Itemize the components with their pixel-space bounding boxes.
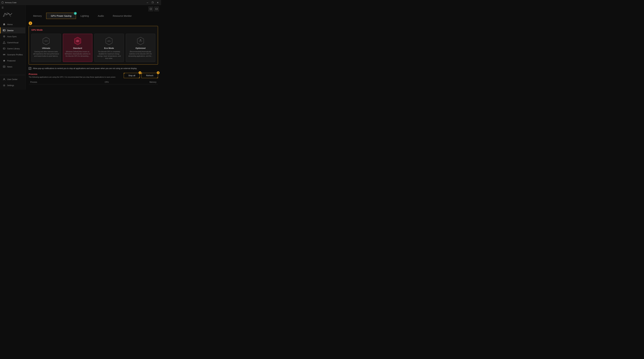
step-badge-2: 2 [138, 71, 142, 74]
svg-rect-2 [4, 30, 4, 31]
eco-mode-card-desc: The discrete GPU is completely disabled … [96, 51, 122, 59]
popup-notification-checkbox[interactable]: ✓ [29, 67, 31, 70]
content-area: Memory GPU Power Saving c Lighting Audio… [26, 5, 161, 90]
sidebar-item-user-center[interactable]: User Center [0, 76, 25, 82]
home-icon [3, 23, 6, 26]
eco-mode-card-name: Eco Mode [104, 47, 114, 49]
process-desc: The following applications are using the… [29, 76, 116, 78]
gpu-card-standard[interactable]: GPU Standard [Windows Default] Also know… [63, 34, 92, 62]
sidebar-item-gamevisual[interactable]: GameVisual [0, 39, 25, 45]
titlebar-left: Armoury Crate [1, 1, 16, 4]
svg-marker-5 [3, 41, 5, 44]
maximize-button[interactable]: ❐ [150, 1, 155, 4]
tab-gpu-power-saving[interactable]: GPU Power Saving c [46, 13, 76, 19]
sidebar-bottom: User Center Settings [0, 75, 25, 90]
process-table: Process CPU Memory [29, 80, 158, 84]
sidebar-item-news[interactable]: News [0, 64, 25, 70]
process-title-block: Process The following applications are u… [29, 73, 116, 78]
gpu-mode-section: GPU Mode GPU Ultimate Gaming [29, 26, 158, 65]
device-icon-button-2[interactable] [154, 6, 159, 11]
svg-rect-6 [3, 48, 5, 49]
svg-point-4 [4, 36, 4, 37]
sidebar-item-device-label: Device [7, 29, 14, 32]
btn-corner-br-icon [138, 77, 140, 78]
svg-text:GPU: GPU [44, 40, 48, 42]
standard-gpu-icon: GPU [73, 36, 82, 46]
sidebar-item-settings[interactable]: Settings [0, 82, 25, 88]
tab-memory[interactable]: Memory [29, 13, 46, 19]
news-icon [3, 65, 6, 68]
sidebar-item-aura-sync[interactable]: Aura Sync [0, 33, 25, 39]
sidebar-item-news-label: News [7, 65, 12, 68]
btn-corner-tl-2-icon [142, 73, 143, 74]
svg-point-28 [140, 39, 141, 40]
sidebar-item-home[interactable]: Home [0, 21, 25, 27]
table-header-cpu: CPU [76, 80, 110, 84]
tabs-bar: Memory GPU Power Saving c Lighting Audio… [26, 13, 161, 19]
ultimate-gpu-icon: GPU [42, 36, 51, 46]
titlebar: Armoury Crate ─ ❐ ✕ [0, 0, 161, 5]
app-title: Armoury Crate [5, 1, 16, 3]
sidebar-item-home-label: Home [7, 23, 13, 26]
process-section-header: Process The following applications are u… [29, 73, 158, 78]
btn-corner-br-2-icon [157, 77, 158, 78]
svg-rect-9 [3, 55, 5, 55]
svg-rect-11 [3, 66, 5, 67]
sidebar-item-featured-label: Featured [7, 59, 16, 62]
table-header-process: Process [29, 80, 76, 84]
gpu-cards-grid: GPU Ultimate Gaming and other intensive … [31, 34, 155, 62]
process-title: Process [29, 73, 116, 75]
svg-rect-16 [150, 8, 152, 10]
tab-lighting[interactable]: Lighting [76, 13, 93, 19]
sidebar-item-scenario-profiles[interactable]: Scenario Profiles [0, 51, 25, 58]
sidebar-item-settings-label: Settings [7, 84, 14, 87]
user-center-icon [3, 78, 6, 81]
step-badge-1: 1 [29, 21, 32, 25]
refresh-btn-wrap: 3 Refresh [142, 73, 158, 78]
sidebar-item-game-library[interactable]: Game Library [0, 45, 25, 51]
gpu-card-optimized[interactable]: GPU Optimized [Recommended] Automaticall… [126, 34, 156, 62]
device-icon-button-1[interactable] [148, 6, 153, 11]
close-button[interactable]: ✕ [156, 1, 160, 4]
sidebar-item-featured[interactable]: Featured [0, 58, 25, 64]
standard-card-desc: [Windows Default] Also known as MSHybrid… [65, 51, 91, 57]
sidebar-item-user-center-label: User Center [7, 78, 18, 80]
sidebar-item-device[interactable]: Device [0, 27, 25, 33]
featured-icon [3, 59, 6, 62]
gpu-card-eco-mode[interactable]: GPU Eco Mode The discrete GPU is complet… [94, 34, 124, 62]
btn-corner-tl-icon [124, 73, 125, 74]
step-badge-3: 3 [157, 71, 160, 74]
svg-point-14 [4, 78, 4, 79]
stop-all-button[interactable]: Stop all [124, 73, 140, 78]
popup-notification-checkbox-row: ✓ Allow pop-up notifications to remind y… [29, 67, 158, 70]
rog-logo-icon [2, 12, 12, 18]
scenario-profiles-icon [3, 53, 6, 56]
optimized-card-name: Optimized [136, 47, 146, 49]
svg-rect-8 [3, 54, 5, 54]
content-header [26, 5, 161, 13]
gamevisual-icon [3, 41, 6, 44]
sidebar-item-game-library-label: Game Library [7, 47, 20, 50]
sidebar-item-gamevisual-label: GameVisual [7, 41, 18, 44]
minimize-button[interactable]: ─ [145, 1, 150, 4]
game-library-icon [3, 47, 6, 50]
tab-audio[interactable]: Audio [93, 13, 108, 19]
svg-rect-17 [156, 8, 158, 9]
process-actions: 2 Stop all 3 Refresh [124, 73, 158, 78]
svg-marker-10 [3, 59, 5, 62]
refresh-button[interactable]: Refresh [142, 73, 158, 78]
tab-resource-monitor[interactable]: Resource Monitor [108, 13, 136, 19]
optimized-card-desc: [Recommended] Automatically switches to … [128, 51, 154, 57]
content-body: 1 GPU Mode GPU [26, 19, 161, 90]
popup-notification-label: Allow pop-up notifications to remind you… [33, 67, 137, 69]
aura-sync-icon [3, 35, 6, 38]
hamburger-menu-button[interactable]: ☰ [0, 5, 25, 10]
app-logo-icon [1, 1, 4, 4]
gpu-card-ultimate[interactable]: GPU Ultimate Gaming and other intensive … [31, 34, 61, 62]
main-layout: ☰ Home Device [0, 5, 161, 90]
checkbox-check-icon: ✓ [29, 68, 31, 69]
gpu-mode-title: GPU Mode [31, 29, 155, 31]
table-header-memory: Memory [110, 80, 158, 84]
device-icon [3, 29, 6, 32]
svg-point-15 [4, 85, 4, 86]
